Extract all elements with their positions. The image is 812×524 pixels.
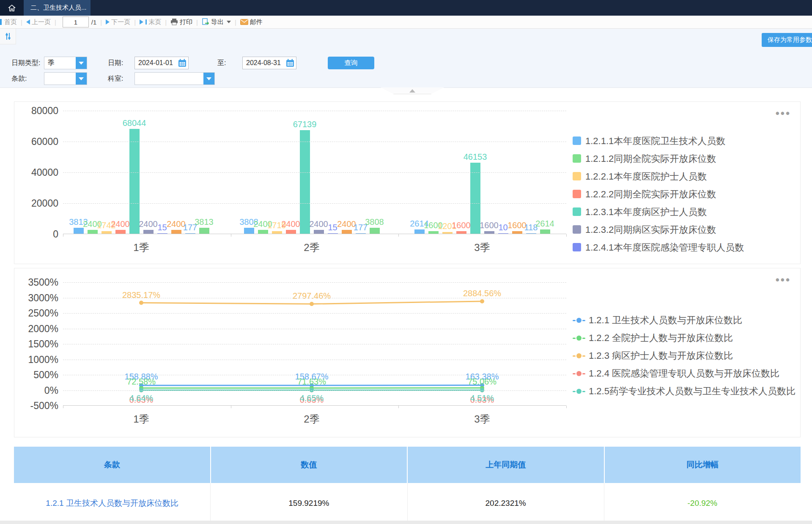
home-icon xyxy=(8,4,16,12)
page-number-input[interactable] xyxy=(63,16,89,27)
bar-value-label: 2614 xyxy=(516,219,575,229)
point-value-label: 2797.46% xyxy=(278,291,346,301)
next-page-icon xyxy=(106,19,110,25)
printer-icon xyxy=(170,19,178,25)
table-header-cell: 上年同期值 xyxy=(408,447,605,483)
legend-label: 1.2.5药学专业技术人员数与卫生专业技术人员数比 xyxy=(589,385,796,397)
legend-item[interactable]: 1.2.1 卫生技术人员数与开放床位数比 xyxy=(573,314,796,326)
y-tick-label: 3000% xyxy=(16,293,58,303)
date-to-input[interactable] xyxy=(243,59,286,67)
bar xyxy=(328,233,338,234)
tab-label: 二、卫生技术人员... xyxy=(30,4,87,12)
bar xyxy=(456,231,466,234)
table-header-cell: 同比增幅 xyxy=(605,447,801,483)
gridline xyxy=(63,142,566,142)
legend-line-marker xyxy=(573,371,585,376)
data-point xyxy=(480,299,484,303)
first-page-button[interactable]: 首页 xyxy=(4,18,17,26)
table-header-cell: 数值 xyxy=(211,447,408,483)
date-from-input[interactable] xyxy=(135,59,178,67)
department-select[interactable] xyxy=(134,72,215,85)
bar xyxy=(370,228,380,234)
x-category-label: 1季 xyxy=(116,412,167,426)
parameters-sliders-icon xyxy=(5,33,11,40)
legend-item[interactable]: 1.2.4 医院感染管理专职人员数与开放床位数比 xyxy=(573,367,796,379)
clause-dropdown-button[interactable] xyxy=(76,73,87,85)
legend-label: 1.2.1.1本年度医院卫生技术人员数 xyxy=(585,135,725,147)
y-tick-label: 2500% xyxy=(16,308,58,318)
calendar-icon[interactable] xyxy=(286,59,294,67)
clause-label: 条款: xyxy=(11,72,27,85)
bar-value-label: 46153 xyxy=(446,152,505,162)
query-button[interactable]: 查询 xyxy=(328,57,374,69)
bar xyxy=(199,228,209,234)
x-tick-mark xyxy=(398,234,399,237)
table-row: 1.2.1 卫生技术人员数与开放床位数比159.9219%202.2321%-2… xyxy=(14,483,801,524)
chart-menu-button[interactable]: ••• xyxy=(776,274,791,285)
table-cell[interactable]: 1.2.1 卫生技术人员数与开放床位数比 xyxy=(14,483,211,524)
collapse-filter-handle[interactable] xyxy=(381,87,444,94)
chart-menu-button[interactable]: ••• xyxy=(776,108,791,119)
export-button[interactable]: 导出 xyxy=(202,18,231,26)
horizontal-scrollbar[interactable] xyxy=(0,521,812,524)
gridline xyxy=(63,298,566,298)
bar xyxy=(286,230,296,234)
legend-item[interactable]: 1.2.1.1本年度医院卫生技术人员数 xyxy=(573,135,744,147)
bar xyxy=(498,233,508,234)
legend-item[interactable]: 1.2.4.1本年度医院感染管理专职人员数 xyxy=(573,241,744,254)
date-from-field xyxy=(134,57,189,69)
chart-legend: 1.2.1 卫生技术人员数与开放床位数比1.2.2 全院护士人数与开放床位数比1… xyxy=(573,314,796,403)
legend-swatch xyxy=(573,207,581,216)
gridline xyxy=(63,329,566,329)
table-body: 1.2.1 卫生技术人员数与开放床位数比159.9219%202.2321%-2… xyxy=(14,483,801,524)
legend-item[interactable]: 1.2.2.2同期全院实际开放床位数 xyxy=(573,188,744,200)
chevron-down-icon xyxy=(79,62,84,65)
prev-page-icon xyxy=(26,19,30,25)
date-type-dropdown-button[interactable] xyxy=(76,57,87,69)
tab-health-personnel[interactable]: 二、卫生技术人员... xyxy=(24,0,91,16)
y-tick-label: 1000% xyxy=(16,355,58,365)
table-cell: -20.92% xyxy=(604,483,801,524)
date-type-select[interactable]: 季 xyxy=(44,57,87,69)
department-dropdown-button[interactable] xyxy=(203,73,214,85)
last-page-button[interactable]: 末页 xyxy=(140,18,161,26)
print-button[interactable]: 打印 xyxy=(170,18,192,26)
chart-legend: 1.2.1.1本年度医院卫生技术人员数1.2.1.2同期全院实际开放床位数1.2… xyxy=(573,135,744,259)
save-as-common-params-button[interactable]: 保存为常用参数 xyxy=(762,33,812,47)
legend-item[interactable]: 1.2.2.1本年度医院护士人员数 xyxy=(573,170,744,183)
pager-toolbar: 首页 | 上一页 | /1 | 下一页 | 末页 | 打印 | xyxy=(0,16,812,29)
clause-value xyxy=(44,73,76,85)
legend-item[interactable]: 1.2.3 病区护士人数与开放床位数比 xyxy=(573,349,796,362)
point-value-label: 72.58% xyxy=(107,377,175,387)
x-tick-mark xyxy=(231,234,231,237)
prev-page-button[interactable]: 上一页 xyxy=(26,18,51,26)
mail-button[interactable]: 邮件 xyxy=(240,18,263,26)
point-value-label: 4.64% xyxy=(107,393,175,403)
department-label: 科室: xyxy=(108,72,123,85)
legend-item[interactable]: 1.2.3.2同期病区实际开放床位数 xyxy=(573,224,744,236)
clause-select[interactable] xyxy=(44,72,87,85)
point-value-label: 2835.17% xyxy=(107,290,175,300)
x-category-label: 2季 xyxy=(286,412,337,426)
x-tick-mark xyxy=(231,406,231,408)
chevron-down-icon xyxy=(206,77,211,80)
gridline xyxy=(63,111,566,111)
legend-swatch xyxy=(573,172,581,180)
legend-item[interactable]: 1.2.3.1本年度病区护士人员数 xyxy=(573,206,744,218)
x-tick-mark xyxy=(63,234,63,237)
calendar-icon[interactable] xyxy=(178,59,187,67)
legend-item[interactable]: 1.2.5药学专业技术人员数与卫生专业技术人员数比 xyxy=(573,385,796,397)
home-tab[interactable] xyxy=(0,0,24,16)
next-page-button[interactable]: 下一页 xyxy=(106,18,130,26)
bar xyxy=(88,230,98,234)
y-tick-label: 0 xyxy=(16,229,58,239)
page-total: /1 xyxy=(91,19,97,26)
legend-label: 1.2.1.2同期全院实际开放床位数 xyxy=(585,153,716,165)
x-category-label: 2季 xyxy=(286,241,337,254)
legend-item[interactable]: 1.2.1.2同期全院实际开放床位数 xyxy=(573,153,744,165)
legend-label: 1.2.2.1本年度医院护士人员数 xyxy=(585,170,707,183)
bar xyxy=(102,231,112,234)
ratio-line-chart-card: ••• 158.88%158.67%163.38%72.58%71.63%75.… xyxy=(14,268,801,437)
params-strip[interactable] xyxy=(0,29,16,44)
legend-item[interactable]: 1.2.2 全院护士人数与开放床位数比 xyxy=(573,332,796,344)
